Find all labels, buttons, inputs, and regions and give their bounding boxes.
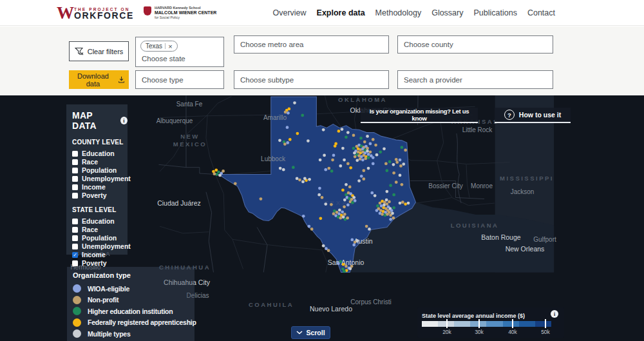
state-unemployment-checkbox[interactable]: Unemployment <box>72 243 128 249</box>
nav-methodology[interactable]: Methodology <box>375 8 422 17</box>
choose-type-input[interactable]: Choose type <box>135 70 224 89</box>
provider-dot[interactable] <box>217 170 220 173</box>
nav-glossary[interactable]: Glossary <box>431 8 463 17</box>
checkbox-icon[interactable]: ✓ <box>72 252 78 258</box>
checkbox-icon[interactable] <box>72 244 78 249</box>
map-data-title: MAP DATA <box>72 110 117 131</box>
nav-overview[interactable]: Overview <box>272 8 306 17</box>
checkbox-label: Education <box>82 218 115 224</box>
county-education-checkbox[interactable]: Education <box>72 150 128 157</box>
checkbox-icon[interactable] <box>72 235 78 241</box>
income-tick-mark <box>545 319 546 328</box>
metro-placeholder: Choose metro area <box>240 41 303 48</box>
state-poverty-checkbox[interactable]: Poverty <box>72 260 128 266</box>
county-race-checkbox[interactable]: Race <box>72 159 128 165</box>
state-level-header: STATE LEVEL <box>72 206 128 213</box>
map-label: OKLAHOMA <box>338 96 387 103</box>
chip-close-icon[interactable]: × <box>168 44 172 49</box>
income-tick-label: 30k <box>475 329 484 335</box>
legend-swatch-icon <box>73 284 81 293</box>
info-icon[interactable]: i <box>551 310 558 318</box>
choose-state-placeholder: Choose state <box>142 55 185 63</box>
map-label: Jackson <box>511 188 535 195</box>
provider-dot[interactable] <box>213 172 216 175</box>
org-missing-button[interactable]: Is your organization missing? Let us kno… <box>361 108 478 123</box>
county-poverty-checkbox[interactable]: Poverty <box>72 192 128 199</box>
scroll-label: Scroll <box>306 329 325 336</box>
map-label: MISSISSIPPI <box>500 175 554 182</box>
checkbox-label: Unemployment <box>82 175 131 182</box>
checkbox-icon[interactable] <box>72 227 78 233</box>
how-to-use-label: How to use it <box>519 111 561 119</box>
map-label: COAHUILA <box>249 301 294 308</box>
legend-label: Higher education institution <box>88 307 173 315</box>
choose-state-select[interactable]: Texas × Choose state <box>135 37 224 67</box>
checkbox-icon[interactable] <box>72 151 78 157</box>
legend-swatch-icon <box>73 318 81 327</box>
map-label: LOUISIANA <box>451 222 499 229</box>
state-income-checkbox[interactable]: ✓Income <box>72 251 128 258</box>
choose-subtype-input[interactable]: Choose subtype <box>234 70 389 89</box>
map-data-panel: MAP DATA i COUNTY LEVEL EducationRacePop… <box>66 104 128 255</box>
map-label: Albuquerque <box>156 117 193 124</box>
download-data-button[interactable]: Download data <box>69 70 129 89</box>
checkbox-icon[interactable] <box>72 168 78 173</box>
workforce-w-mark: W <box>57 5 73 21</box>
logo-group: W THE PROJECT ON ORKFORCE HARVARD Kenned… <box>57 5 216 21</box>
workforce-logo[interactable]: W THE PROJECT ON ORKFORCE <box>57 5 134 21</box>
map-label: Monroe <box>471 182 493 190</box>
income-tick-label: 20k <box>442 329 451 335</box>
checkbox-icon[interactable] <box>72 260 78 266</box>
checkbox-icon[interactable] <box>72 193 78 199</box>
funnel-x-icon <box>75 47 84 56</box>
info-icon[interactable]: i <box>120 117 128 124</box>
org-legend-item-higher-education-institution: Higher education institution <box>73 307 194 315</box>
county-population-checkbox[interactable]: Population <box>72 167 128 173</box>
chip-label: Texas <box>146 43 162 50</box>
nav-explore-data[interactable]: Explore data <box>317 8 365 17</box>
choose-metro-input[interactable]: Choose metro area <box>234 35 389 54</box>
state-education-checkbox[interactable]: Education <box>72 218 128 224</box>
state-race-checkbox[interactable]: Race <box>72 226 128 233</box>
org-legend-item-multiple-types: Multiple types <box>73 329 194 338</box>
county-unemployment-checkbox[interactable]: Unemployment <box>72 175 128 182</box>
clear-filters-label: Clear filters <box>88 48 124 55</box>
checkbox-icon[interactable] <box>72 184 78 190</box>
provider-dot[interactable] <box>222 170 225 173</box>
texas-filter-chip[interactable]: Texas × <box>140 41 178 52</box>
app-root: W THE PROJECT ON ORKFORCE HARVARD Kenned… <box>0 0 644 341</box>
provider-dot[interactable] <box>212 170 215 173</box>
income-tick-label: 40k <box>508 329 517 335</box>
state-population-checkbox[interactable]: Population <box>72 235 128 241</box>
workforce-logo-bottom: ORKFORCE <box>74 12 134 20</box>
how-to-use-button[interactable]: ? How to use it <box>495 108 571 123</box>
state-level-checkbox-list: EducationRacePopulationUnemployment✓Inco… <box>72 218 128 266</box>
checkbox-icon[interactable] <box>72 219 78 224</box>
download-data-label: Download data <box>73 72 113 88</box>
legend-label: WIOA-eligible <box>88 285 129 293</box>
choose-county-input[interactable]: Choose county <box>397 35 553 54</box>
provider-search-placeholder: Search a provider <box>404 76 462 84</box>
chevron-down-icon <box>296 331 303 335</box>
provider-dot[interactable] <box>214 169 218 172</box>
legend-label: Federally registered apprenticeship <box>88 318 196 326</box>
map-label: Baton Rouge <box>481 233 520 241</box>
org-type-legend-title: Organizaton type <box>73 271 194 279</box>
checkbox-label: Population <box>82 235 117 241</box>
scroll-button[interactable]: Scroll <box>291 326 330 339</box>
question-icon: ? <box>504 110 515 120</box>
map-canvas[interactable]: Santa FeAlbuquerqueNEWMEXICOOKLAHOMAOkla… <box>0 95 644 341</box>
provider-search-input[interactable]: Search a provider <box>397 70 553 89</box>
map-label: Bossier City <box>428 182 462 190</box>
income-tick-mark <box>446 319 448 328</box>
checkbox-icon[interactable] <box>72 159 78 165</box>
checkbox-icon[interactable] <box>72 176 78 182</box>
county-level-header: COUNTY LEVEL <box>72 139 128 146</box>
nav-publications[interactable]: Publications <box>474 8 517 17</box>
nav-contact[interactable]: Contact <box>527 8 555 17</box>
map-label: Ciudad Juárez <box>157 199 201 207</box>
county-income-checkbox[interactable]: Income <box>72 184 128 190</box>
map-label: New Orleans <box>506 245 545 253</box>
harvard-logo[interactable]: HARVARD Kennedy School MALCOLM WIENER CE… <box>144 6 216 19</box>
clear-filters-button[interactable]: Clear filters <box>69 41 129 61</box>
